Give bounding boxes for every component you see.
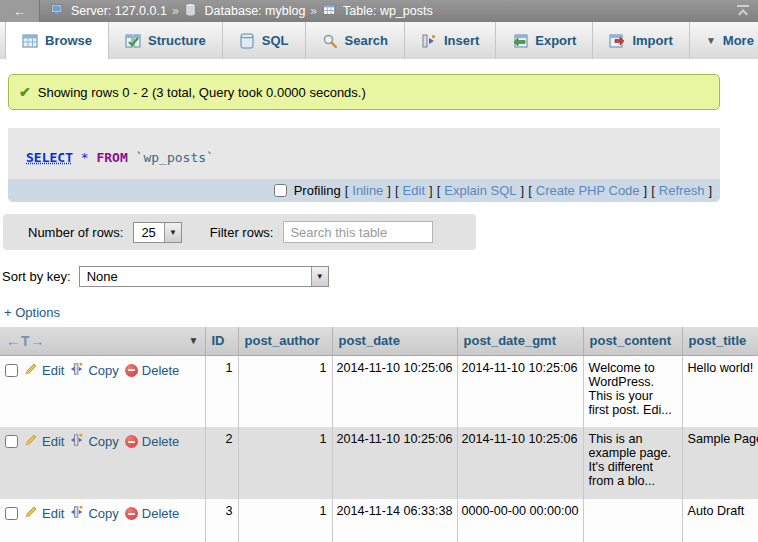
collapse-panel-button[interactable] (728, 4, 758, 19)
rows-per-page-select[interactable]: 25 ▼ (133, 222, 181, 243)
collapse-icon (736, 4, 750, 19)
tab-sql[interactable]: SQL (223, 22, 306, 59)
cell-post-title: Sample Page (682, 427, 758, 499)
edit-row-link[interactable]: Edit (24, 505, 64, 522)
profiling-checkbox[interactable] (274, 184, 287, 197)
breadcrumb-bar: ← Server: 127.0.0.1 » Database: myblog »… (0, 0, 758, 22)
column-header-post-author[interactable]: post_author (238, 327, 332, 355)
explain-sql-link[interactable]: Explain SQL (444, 183, 516, 198)
bracket: [ (437, 183, 441, 198)
browse-icon (22, 33, 38, 49)
tab-more-label: More (723, 33, 754, 48)
filter-rows-label: Filter rows: (210, 225, 274, 240)
cell-post-author: 1 (238, 499, 332, 542)
cell-post-author: 1 (238, 355, 332, 427)
cell-id: 3 (205, 499, 238, 542)
copy-label: Copy (88, 434, 118, 449)
success-message-text: Showing rows 0 - 2 (3 total, Query took … (38, 85, 366, 100)
sort-by-key-value: None (80, 267, 126, 286)
tab-import[interactable]: Import (593, 22, 689, 59)
export-icon (512, 33, 528, 49)
delete-row-link[interactable]: Delete (125, 434, 180, 449)
success-check-icon: ✔ (19, 84, 31, 100)
copy-row-link[interactable]: Copy (70, 433, 118, 450)
insert-icon (421, 33, 437, 49)
breadcrumb: Server: 127.0.0.1 » Database: myblog » T… (40, 3, 728, 19)
bracket: [ (651, 183, 655, 198)
tab-import-label: Import (632, 33, 672, 48)
table-header-row: ←T→ ▼ ID post_author post_date post_date… (0, 327, 758, 355)
sql-query: SELECT * FROM `wp_posts` (8, 128, 720, 179)
tab-browse[interactable]: Browse (5, 22, 109, 59)
edit-query-link[interactable]: Edit (403, 183, 425, 198)
row-actions-cell: Edit Copy Delete (0, 355, 205, 427)
sql-star: * (81, 150, 89, 165)
results-table: ←T→ ▼ ID post_author post_date post_date… (0, 327, 758, 542)
column-header-post-content[interactable]: post_content (583, 327, 682, 355)
edit-row-link[interactable]: Edit (24, 433, 64, 450)
rows-per-page-value: 25 (134, 223, 163, 242)
rows-filter-bar: Number of rows: 25 ▼ Filter rows: (3, 214, 476, 250)
inline-link[interactable]: Inline (352, 183, 383, 198)
breadcrumb-database[interactable]: Database: myblog (205, 4, 306, 18)
breadcrumb-separator: » (172, 4, 179, 18)
edit-label: Edit (42, 506, 64, 521)
delete-icon (125, 435, 138, 448)
row-actions-cell: Edit Copy Delete (0, 499, 205, 542)
column-header-post-date-gmt[interactable]: post_date_gmt (457, 327, 583, 355)
import-icon (609, 33, 625, 49)
back-button[interactable]: ← (0, 0, 40, 22)
copy-row-link[interactable]: Copy (70, 362, 118, 379)
table-row: Edit Copy Delete 1 1 2014-11-10 1 (0, 355, 758, 427)
sql-icon (239, 33, 255, 49)
filter-search-input[interactable] (283, 221, 433, 243)
actions-header[interactable]: ←T→ ▼ (0, 327, 205, 355)
column-header-post-title[interactable]: post_title (682, 327, 758, 355)
delete-row-link[interactable]: Delete (125, 506, 180, 521)
refresh-link[interactable]: Refresh (659, 183, 705, 198)
breadcrumb-table[interactable]: Table: wp_posts (343, 4, 433, 18)
cell-post-title: Auto Draft (682, 499, 758, 542)
cell-post-date: 2014-11-10 10:25:06 (332, 427, 457, 499)
copy-row-link[interactable]: Copy (70, 505, 118, 522)
tab-structure[interactable]: Structure (109, 22, 223, 59)
pivot-t-icon[interactable]: T (21, 333, 31, 349)
sql-keyword-select[interactable]: SELECT (26, 150, 73, 165)
profiling-bar: Profiling [ Inline ] [ Edit ] [ Explain … (8, 179, 720, 202)
tab-search[interactable]: Search (306, 22, 405, 59)
database-icon (184, 3, 200, 19)
tab-export-label: Export (535, 33, 576, 48)
row-checkbox[interactable] (5, 364, 18, 377)
table-row: Edit Copy Delete 3 1 2014-11-14 0 (0, 499, 758, 542)
cell-post-content: This is an example page. It's different … (583, 427, 682, 499)
bracket: ] (387, 183, 391, 198)
delete-label: Delete (142, 363, 180, 378)
table-row: Edit Copy Delete 2 1 2014-11-10 1 (0, 427, 758, 499)
bracket: ] (521, 183, 525, 198)
row-checkbox[interactable] (5, 507, 18, 520)
breadcrumb-server[interactable]: Server: 127.0.0.1 (71, 4, 167, 18)
options-toggle-link[interactable]: + Options (4, 305, 60, 320)
tab-insert[interactable]: Insert (405, 22, 496, 59)
sort-by-key-select[interactable]: None ▼ (79, 266, 329, 287)
row-checkbox[interactable] (5, 435, 18, 448)
cell-id: 2 (205, 427, 238, 499)
column-header-id[interactable]: ID (205, 327, 238, 355)
delete-row-link[interactable]: Delete (125, 363, 180, 378)
edit-label: Edit (42, 363, 64, 378)
delete-label: Delete (142, 506, 180, 521)
create-php-code-link[interactable]: Create PHP Code (536, 183, 640, 198)
pivot-left-arrow-icon[interactable]: ← (6, 333, 21, 349)
bracket: ] (708, 183, 712, 198)
pivot-right-arrow-icon[interactable]: → (31, 333, 46, 349)
tab-insert-label: Insert (444, 33, 479, 48)
sql-table-identifier: `wp_posts` (136, 150, 214, 165)
tab-more[interactable]: ▼ More (690, 22, 758, 59)
column-header-post-date[interactable]: post_date (332, 327, 457, 355)
tab-export[interactable]: Export (496, 22, 593, 59)
cell-post-date-gmt: 0000-00-00 00:00:00 (457, 499, 583, 542)
sort-row: Sort by key: None ▼ (2, 266, 758, 287)
edit-row-link[interactable]: Edit (24, 362, 64, 379)
chevron-down-icon: ▼ (706, 35, 716, 46)
header-dropdown-icon[interactable]: ▼ (189, 335, 199, 346)
